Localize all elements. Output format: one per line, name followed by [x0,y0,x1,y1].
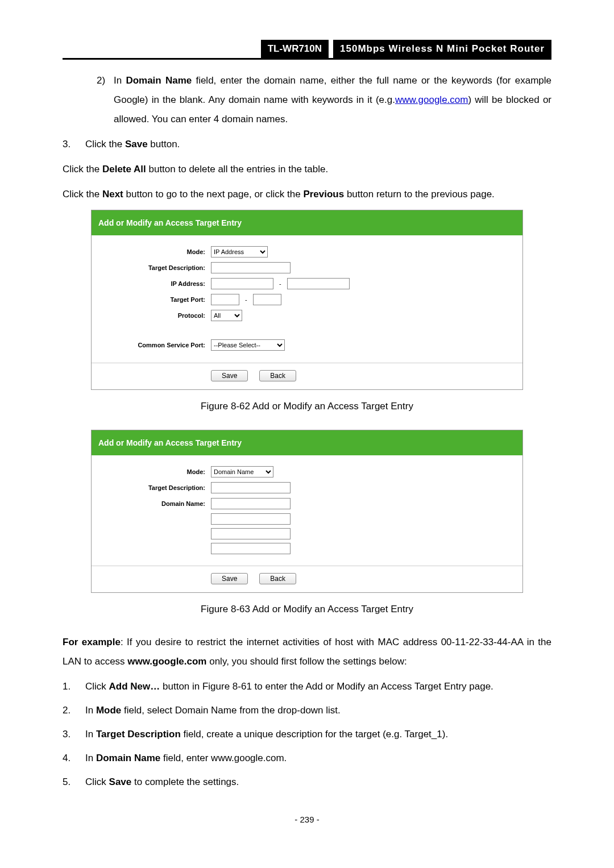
example-step-3: 3.In Target Description field, create a … [85,725,551,744]
domain-input-1[interactable] [211,498,291,509]
target-desc-input[interactable] [211,262,291,273]
port-to-input[interactable] [253,294,281,305]
ip-from-input[interactable] [211,278,273,289]
label-target-desc: Target Description: [92,261,211,274]
para-nav: Click the Next button to go to the next … [63,185,551,204]
label-protocol: Protocol: [92,309,211,322]
figure-caption-62: Figure 8-62 Add or Modify an Access Targ… [63,397,551,416]
domain-input-2[interactable] [211,513,291,525]
router-panel-ip: Add or Modify an Access Target Entry Mod… [91,210,523,390]
doc-header: TL-WR710N 150Mbps Wireless N Mini Pocket… [63,40,551,60]
label-port: Target Port: [92,293,211,306]
dash-icon: - [277,277,284,290]
panel-title: Add or Modify an Access Target Entry [92,430,522,455]
model-desc: 150Mbps Wireless N Mini Pocket Router [333,40,551,58]
dash-icon: - [243,293,250,306]
example-step-4: 4.In Domain Name field, enter www.google… [85,749,551,768]
example-step-2: 2.In Mode field, select Domain Name from… [85,701,551,720]
target-desc-input[interactable] [211,482,291,493]
back-button[interactable]: Back [259,370,296,381]
label-mode: Mode: [92,466,211,478]
label-ip: IP Address: [92,277,211,290]
label-mode: Mode: [92,246,211,258]
example-step-1: 1.Click Add New… button in Figure 8-61 t… [85,677,551,696]
label-common-port: Common Service Port: [92,339,211,351]
label-domain: Domain Name: [92,497,211,510]
google-link[interactable]: www.google.com [395,94,468,105]
router-panel-domain: Add or Modify an Access Target Entry Mod… [91,430,523,593]
model-badge: TL-WR710N [261,40,329,58]
domain-input-4[interactable] [211,543,291,554]
port-from-input[interactable] [211,294,239,305]
list-item-2: 2)In Domain Name field, enter the domain… [114,71,551,129]
page-number: - 239 - [63,815,551,824]
mode-select[interactable]: Domain Name [211,466,273,477]
panel-title: Add or Modify an Access Target Entry [92,210,522,235]
list-item-3: 3.Click the Save button. [85,135,551,154]
example-step-5: 5.Click Save to complete the settings. [85,773,551,792]
example-paragraph: For example: If you desire to restrict t… [63,633,551,671]
para-delete-all: Click the Delete All button to delete al… [63,160,551,179]
back-button[interactable]: Back [259,573,296,584]
label-target-desc: Target Description: [92,481,211,494]
domain-input-3[interactable] [211,528,291,539]
save-button[interactable]: Save [211,370,248,381]
figure-caption-63: Figure 8-63 Add or Modify an Access Targ… [63,600,551,619]
ip-to-input[interactable] [287,278,350,289]
common-port-select[interactable]: --Please Select-- [211,339,285,351]
protocol-select[interactable]: All [211,310,242,321]
marker: 2) [97,71,114,90]
save-button[interactable]: Save [211,573,248,584]
mode-select[interactable]: IP Address [211,246,268,258]
